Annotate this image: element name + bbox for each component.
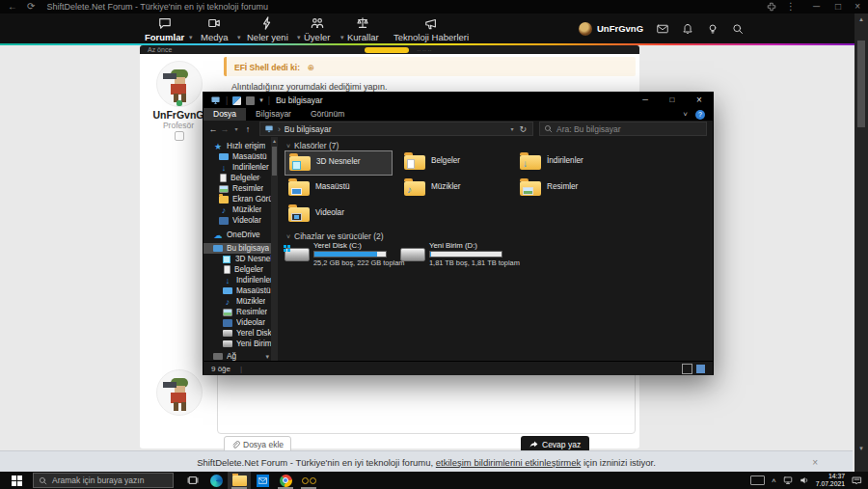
taskbar-edge[interactable] — [204, 472, 228, 489]
nav-back-icon[interactable]: ← — [207, 124, 219, 134]
address-refresh-icon[interactable]: ↻ — [519, 124, 527, 134]
search-icon[interactable] — [732, 23, 744, 35]
sidebar-documents[interactable]: Belgeler — [203, 173, 271, 183]
enable-notifications-link[interactable]: etkileşim bildirimlerini etkinleştirmek — [436, 457, 581, 468]
folder-tile-documents[interactable]: Belgeler — [400, 150, 508, 176]
browser-maximize-button[interactable]: □ — [835, 0, 841, 14]
sidebar-pictures[interactable]: Resimler — [203, 183, 271, 194]
tray-battery-icon[interactable] — [750, 475, 765, 485]
folder-tile-videos[interactable]: Videolar — [285, 203, 393, 228]
sidebar-music[interactable]: ♪Müzikler — [203, 296, 271, 307]
sidebar-videos[interactable]: Videolar — [203, 215, 271, 226]
explorer-titlebar[interactable]: | ▾ | Bu bilgisayar ─ □ × — [203, 93, 713, 108]
sidebar-downloads[interactable]: ↓İndirilenler — [203, 162, 271, 173]
drive-tile-c[interactable]: Yerel Disk (C:) 25,2 GB boş, 222 GB topl… — [285, 241, 393, 267]
folder-tile-downloads[interactable]: ↓ İndirilenler — [516, 150, 624, 176]
scroll-down-icon[interactable]: ▾ — [854, 445, 868, 452]
browser-menu-icon[interactable]: ⋮ — [786, 0, 796, 14]
nav-whats-new[interactable]: Neler yeni ▾ — [247, 16, 288, 42]
nav-rules[interactable]: Kurallar — [347, 16, 379, 42]
file-explorer-window[interactable]: | ▾ | Bu bilgisayar ─ □ × Dosya Bilgisay… — [203, 92, 714, 375]
customize-toolbar-caret[interactable]: ▾ — [259, 96, 263, 104]
theme-bulb-icon[interactable] — [707, 23, 719, 35]
browser-back-icon[interactable]: ← — [8, 0, 17, 14]
explorer-search-box[interactable]: Ara: Bu bilgisayar — [539, 122, 707, 136]
address-bar[interactable]: › Bu bilgisayar ▾ ↻ — [259, 122, 533, 136]
network-icon[interactable] — [783, 475, 793, 485]
nav-members[interactable]: Üyeler ▾ — [304, 16, 330, 42]
nav-media[interactable]: Medya ▾ — [201, 16, 229, 42]
details-view-button[interactable] — [682, 364, 692, 374]
drive-tile-d[interactable]: Yeni Birim (D:) 1,81 TB boş, 1,81 TB top… — [400, 241, 508, 267]
browser-minimize-button[interactable]: ─ — [813, 0, 820, 14]
new-folder-quick-icon[interactable] — [246, 96, 255, 105]
folder-tile-desktop[interactable]: Masaüstü — [285, 177, 393, 202]
tray-expand-icon[interactable]: ˄ — [772, 476, 776, 485]
recent-locations-caret[interactable]: ▾ — [231, 125, 242, 132]
address-dropdown-caret[interactable]: ▾ — [510, 125, 513, 132]
task-view-button[interactable] — [181, 472, 204, 489]
sidebar-local-disk-c[interactable]: Yerel Disk (C:) — [203, 328, 271, 339]
sidebar-desktop[interactable]: Masaüstü — [203, 285, 271, 296]
taskbar-search[interactable]: Aramak için buraya yazın — [33, 473, 174, 488]
properties-quick-icon[interactable] — [232, 96, 241, 105]
sidebar-videos[interactable]: Videolar — [203, 317, 271, 328]
nav-forums[interactable]: Forumlar ▾ — [145, 16, 184, 42]
messages-icon[interactable] — [657, 23, 668, 35]
start-button[interactable] — [0, 472, 33, 489]
tab-view[interactable]: Görünüm — [301, 108, 354, 121]
close-icon[interactable]: × — [812, 457, 818, 468]
group-header-folders[interactable]: ˅Klasörler (7) — [286, 141, 339, 150]
window-maximize-button[interactable]: □ — [659, 93, 686, 108]
sidebar-this-pc[interactable]: Bu bilgisayar — [203, 243, 271, 254]
help-icon[interactable]: ? — [695, 110, 705, 120]
window-minimize-button[interactable]: ─ — [632, 93, 659, 108]
scroll-down-icon[interactable]: ▾ — [265, 353, 269, 361]
sidebar-pictures[interactable]: Resimler — [203, 307, 271, 317]
window-close-button[interactable]: × — [686, 93, 713, 108]
folder-tile-pictures[interactable]: Resimler — [516, 177, 624, 202]
folder-tile-3d-objects[interactable]: 3D Nesneler — [285, 150, 393, 176]
taskbar-clock[interactable]: 14:37 7.07.2021 — [816, 473, 845, 488]
sidebar-3d-objects[interactable]: 3D Nesneler — [203, 254, 271, 264]
sidebar-scrollbar[interactable]: ▴ — [271, 137, 278, 361]
taskbar-mail[interactable] — [251, 472, 274, 489]
taskbar-app[interactable] — [297, 472, 320, 489]
extensions-icon[interactable] — [767, 2, 776, 12]
scrollbar-thumb[interactable] — [272, 147, 277, 176]
quote-block[interactable]: EFİ Shell dedi ki: ⊕ — [224, 57, 636, 76]
highlight-badge[interactable] — [365, 47, 409, 53]
sidebar-music[interactable]: ♪Müzikler — [203, 204, 271, 215]
browser-refresh-icon[interactable]: ⟳ — [27, 0, 35, 14]
sidebar-new-volume-d[interactable]: Yeni Birim (D:) — [203, 339, 271, 349]
sidebar-screenshots[interactable]: Ekran Görüntüleri — [203, 194, 271, 204]
sidebar-quick-access[interactable]: ★Hızlı erişim — [203, 141, 271, 151]
alerts-bell-icon[interactable] — [682, 23, 693, 35]
sidebar-downloads[interactable]: ↓İndirilenler — [203, 275, 271, 285]
action-center-icon[interactable] — [852, 475, 862, 486]
expand-quote-icon[interactable]: ⊕ — [307, 63, 313, 72]
page-scrollbar[interactable]: ▴ ▾ — [854, 14, 868, 472]
group-header-drives[interactable]: ˅Cihazlar ve sürücüler (2) — [286, 231, 384, 241]
nav-forward-icon[interactable]: → — [219, 124, 231, 134]
tab-computer[interactable]: Bilgisayar — [246, 108, 301, 121]
scrollbar-thumb[interactable] — [857, 41, 865, 127]
nav-up-icon[interactable]: ↑ — [242, 124, 254, 134]
scroll-up-icon[interactable]: ▴ — [271, 137, 278, 144]
folder-tile-music[interactable]: ♪ Müzikler — [400, 177, 508, 202]
sidebar-network[interactable]: Ağ▾ — [203, 351, 271, 361]
taskbar-explorer[interactable] — [228, 472, 251, 489]
tab-file[interactable]: Dosya — [203, 108, 246, 121]
taskbar-chrome[interactable] — [274, 472, 297, 489]
browser-close-button[interactable]: × — [854, 0, 860, 14]
sidebar-documents[interactable]: Belgeler — [203, 264, 271, 275]
large-icons-view-button[interactable] — [696, 365, 705, 373]
user-menu[interactable]: UnFrGvnG — [579, 22, 643, 36]
avatar[interactable] — [156, 369, 203, 416]
sidebar-desktop[interactable]: Masaüstü — [203, 151, 271, 162]
volume-icon[interactable] — [800, 475, 809, 485]
scroll-up-icon[interactable]: ▴ — [854, 15, 868, 23]
nav-tech-news[interactable]: Teknoloji Haberleri — [393, 16, 469, 42]
breadcrumb[interactable]: Bu bilgisayar — [285, 124, 332, 134]
sidebar-onedrive[interactable]: ☁OneDrive — [203, 230, 271, 240]
